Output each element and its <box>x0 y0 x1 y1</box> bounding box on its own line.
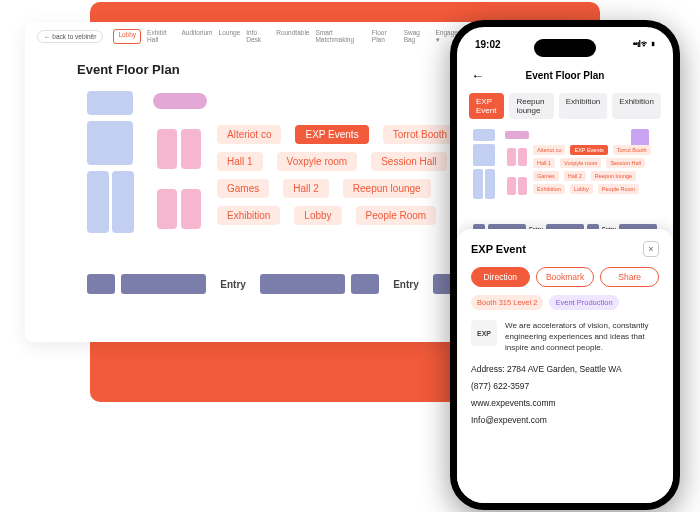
zone-block[interactable] <box>181 189 201 229</box>
zone-block[interactable] <box>518 177 527 195</box>
booth-tag: Booth 315 Level 2 <box>471 295 543 310</box>
zone-block[interactable] <box>112 171 134 233</box>
booth-chip[interactable]: EXP Events <box>570 145 607 155</box>
booth-chip[interactable]: EXP Events <box>295 125 368 144</box>
booth-detail-sheet: EXP Event × Direction Bookmark Share Boo… <box>457 229 673 503</box>
status-icons: ••ıl ᯤ ▮ <box>633 39 655 49</box>
zone-block[interactable] <box>157 129 177 169</box>
booth-chip[interactable]: People Room <box>356 206 437 225</box>
zone-block[interactable] <box>181 129 201 169</box>
filter-tab[interactable]: Exhibition <box>612 93 661 119</box>
nav-item[interactable]: Swag Bag <box>404 29 430 44</box>
zone-block[interactable] <box>507 148 516 166</box>
booth-chip[interactable]: Alteriot co <box>533 145 565 155</box>
exhibitor-desc: We are accelerators of vision, constantl… <box>505 320 659 354</box>
zone-block[interactable] <box>473 169 483 199</box>
booth-chip[interactable]: People Room <box>598 184 639 194</box>
booth-chip[interactable]: Hall 1 <box>533 158 555 168</box>
dynamic-island <box>534 39 596 57</box>
entry-label: Entry <box>385 279 427 290</box>
screen-title: Event Floor Plan <box>492 70 638 81</box>
nav-item[interactable]: Lobby <box>113 29 141 44</box>
direction-button[interactable]: Direction <box>471 267 530 287</box>
booth-chip[interactable]: Voxpyle room <box>277 152 358 171</box>
zone-block[interactable] <box>157 189 177 229</box>
booth-chip[interactable]: Exhibition <box>217 206 280 225</box>
booth-chip[interactable]: Torrot Booth <box>613 145 651 155</box>
booth-chip[interactable]: Hall 2 <box>564 171 586 181</box>
entry-slab <box>260 274 345 294</box>
zone-block[interactable] <box>87 91 133 115</box>
nav-item[interactable]: Info Desk <box>246 29 270 44</box>
zone-block[interactable] <box>473 144 495 166</box>
zone-pill[interactable] <box>505 131 529 139</box>
zone-block[interactable] <box>87 121 133 165</box>
nav-item[interactable]: Lounge <box>219 29 241 44</box>
filter-tab[interactable]: Exhibition <box>559 93 608 119</box>
booth-chip[interactable]: Exhibition <box>533 184 565 194</box>
zone-block[interactable] <box>507 177 516 195</box>
entry-slab <box>351 274 379 294</box>
booth-chip[interactable]: Voxpyle room <box>560 158 601 168</box>
status-time: 19:02 <box>475 39 501 50</box>
nav-item[interactable]: Exhibit Hall <box>147 29 175 44</box>
booth-chip[interactable]: Reepun lounge <box>591 171 636 181</box>
zone-block[interactable] <box>485 169 495 199</box>
entry-slab <box>87 274 115 294</box>
address-line: Address: 2784 AVE Garden, Seattle WA <box>471 364 659 374</box>
phone-frame: 19:02 ••ıl ᯤ ▮ ← Event Floor Plan EXP Ev… <box>450 20 680 510</box>
booth-chip[interactable]: Lobby <box>294 206 341 225</box>
email-line[interactable]: Info@expevent.com <box>471 415 659 425</box>
nav-item[interactable]: Smart Matchmaking <box>315 29 365 44</box>
nav-item[interactable]: Floor Plan <box>372 29 398 44</box>
booth-chip[interactable]: Games <box>533 171 559 181</box>
booth-chip[interactable]: Torrot Booth <box>383 125 457 144</box>
category-tag: Event Production <box>549 295 618 310</box>
booth-chip[interactable]: Lobby <box>570 184 593 194</box>
entry-slab <box>121 274 206 294</box>
back-icon[interactable]: ← <box>471 68 484 83</box>
booth-chip[interactable]: Hall 2 <box>283 179 329 198</box>
booth-chip[interactable]: Hall 1 <box>217 152 263 171</box>
booth-chip[interactable]: Reepun lounge <box>343 179 431 198</box>
share-button[interactable]: Share <box>600 267 659 287</box>
bookmark-button[interactable]: Bookmark <box>536 267 595 287</box>
mini-floorplan: Alteriot coEXP EventsTorrot BoothHall 1V… <box>471 129 659 235</box>
entry-label: Entry <box>212 279 254 290</box>
close-icon[interactable]: × <box>643 241 659 257</box>
zone-block[interactable] <box>518 148 527 166</box>
zone-block[interactable] <box>473 129 495 141</box>
exhibitor-logo: EXP <box>471 320 497 346</box>
filter-tab[interactable]: EXP Event <box>469 93 504 119</box>
nav-item[interactable]: Roundtable <box>276 29 309 44</box>
booth-chip[interactable]: Games <box>217 179 269 198</box>
filter-tab[interactable]: Reepun lounge <box>509 93 553 119</box>
website-line[interactable]: www.expevents.comm <box>471 398 659 408</box>
zone-block[interactable] <box>87 171 109 233</box>
phone-line: (877) 622-3597 <box>471 381 659 391</box>
booth-chip[interactable]: Alteriot co <box>217 125 281 144</box>
booth-chip[interactable]: Session Hall <box>606 158 645 168</box>
filter-tabs: EXP EventReepun loungeExhibitionExhibiti… <box>457 89 673 127</box>
nav-item[interactable]: Auditorium <box>181 29 212 44</box>
zone-pill[interactable] <box>153 93 207 109</box>
back-button[interactable]: ← back to vebiněr <box>37 30 103 43</box>
sheet-title: EXP Event <box>471 243 526 255</box>
booth-chip[interactable]: Session Hall <box>371 152 447 171</box>
